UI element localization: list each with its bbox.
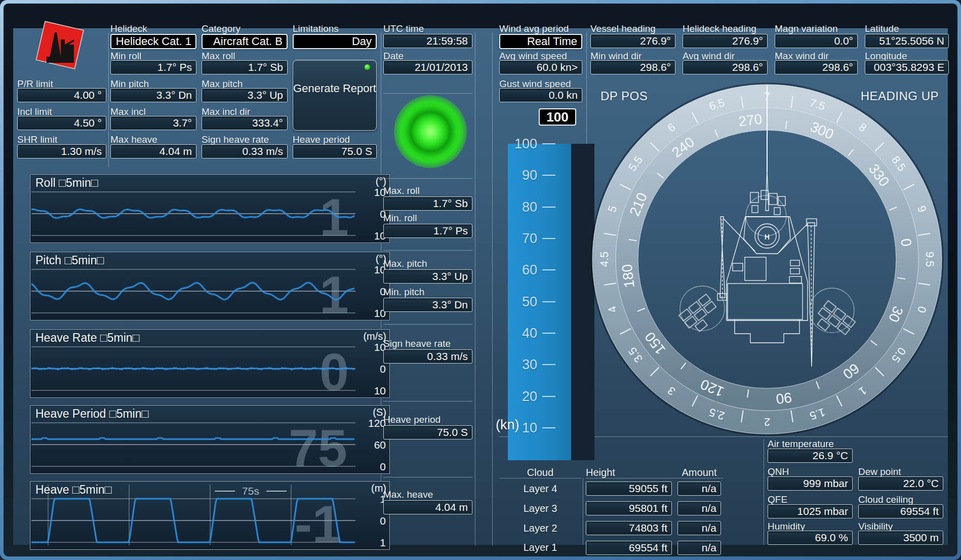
stat-min-roll-label: Min. roll [383, 213, 472, 223]
avg-wind-dir-value: 298.6° [683, 60, 768, 74]
divider [383, 178, 472, 179]
qnh-value: 999 mbar [768, 476, 853, 491]
divider [583, 478, 583, 545]
chart-heave-rate: Heave Rate □5min□ (m/s) 010010 [30, 329, 390, 398]
divider [764, 439, 764, 545]
rigstat-logo [31, 15, 88, 86]
min-roll-value: 1.7° Ps [110, 60, 196, 74]
cloud-layer-amount: n/a [677, 482, 721, 496]
gauge-scale-label: 70 [508, 230, 537, 247]
category-label: Category [202, 23, 288, 33]
cloud-layer-height: 95801 ft [586, 501, 672, 515]
max-pitch-label: Max pitch [202, 78, 288, 89]
gauge-scale-label: 20 [508, 388, 537, 405]
wind-avg-period-select[interactable]: Real Time [499, 34, 582, 49]
limitations-select[interactable]: Day [293, 34, 377, 49]
air-temperature-value: 26.9 °C [768, 449, 853, 463]
stat-max-roll-label: Max. roll [383, 185, 472, 195]
chart-heave-rate-unit: (m/s) [363, 331, 386, 342]
max-roll-label: Max roll [202, 51, 288, 61]
svg-text:270: 270 [738, 111, 763, 129]
gauge-scale-tick [542, 364, 555, 365]
max-incl-label: Max incl [110, 106, 196, 116]
limitations-label: Limitations [293, 23, 377, 33]
helideck-heading-label: Helideck heading [683, 23, 768, 33]
date-value: 21/01/2013 [383, 60, 472, 74]
stat-max-heave-value: 4.04 m [383, 500, 472, 514]
divider [499, 478, 581, 478]
cloud-ceiling-value: 69554 ft [858, 504, 943, 518]
svg-text:9.5: 9.5 [924, 252, 936, 267]
report-status-led [365, 64, 370, 70]
cloud-layer-amount: n/a [677, 501, 721, 515]
max-pitch-value: 3.3° Up [202, 88, 288, 102]
generate-report-button[interactable]: Generate Report [293, 60, 377, 131]
avg-wind-speed-value: 60.0 kn> [499, 60, 582, 74]
svg-text:10: 10 [374, 385, 386, 396]
gauge-scale-label: 40 [508, 325, 537, 341]
divider [383, 250, 472, 251]
magn-variation-value: 0.0° [775, 34, 858, 48]
svg-text:0: 0 [380, 515, 386, 527]
category-select[interactable]: Aircraft Cat. B [202, 34, 288, 49]
helideck-heading-value: 276.9° [683, 34, 768, 48]
chart-heave-period-title: Heave Period □5min□ [35, 407, 148, 421]
chart-roll: Roll □5min□ (°) 110010 [30, 174, 390, 243]
cloud-layer-height: 74803 ft [586, 521, 672, 535]
gauge-scale-label: 30 [508, 356, 537, 373]
divider [383, 324, 472, 325]
min-pitch-label: Min pitch [110, 78, 196, 89]
stat-heave-period-label: Heave period [383, 414, 472, 424]
wind-avg-period-label: Wind avg period [499, 23, 582, 33]
stat-max-pitch-label: Max. pitch [383, 258, 472, 268]
incl-limit-value: 4.50 ° [17, 116, 106, 130]
helideck-select[interactable]: Helideck Cat. 1 [110, 34, 196, 49]
divider [492, 32, 493, 546]
max-incl-dir-label: Max incl dir [202, 106, 288, 116]
cloud-layer-name: Layer 1 [499, 542, 581, 553]
cloud-layer-amount: n/a [677, 541, 721, 555]
divider [383, 93, 472, 94]
latitude-value: 51°25.5056 N [865, 34, 949, 48]
gauge-value-box[interactable]: 100 [539, 108, 576, 126]
svg-text:4.5: 4.5 [598, 252, 611, 267]
divider [383, 401, 472, 402]
svg-text:75s: 75s [242, 485, 259, 497]
qnh-label: QNH [768, 466, 853, 476]
stat-min-roll-value: 1.7° Ps [383, 224, 472, 238]
pr-limit-label: P/R limit [17, 78, 106, 89]
avg-wind-dir-label: Avg wind dir [683, 51, 768, 61]
helideck-label: Helideck [110, 23, 196, 33]
gauge-scale-tick [542, 175, 555, 176]
cloud-layer-height: 69554 ft [586, 541, 672, 555]
vessel-heading-label: Vessel heading [590, 23, 675, 33]
svg-text:180: 180 [619, 263, 637, 289]
utc-time-value: 21:59:58 [383, 34, 472, 48]
gauge-scale-label: 100 [508, 136, 537, 152]
gauge-unit-label: (kn) [496, 417, 519, 433]
cloud-layer-amount: n/a [677, 521, 721, 535]
utc-time-label: UTC time [383, 23, 472, 33]
gauge-scale-tick [542, 396, 555, 397]
height-column-header: Height [586, 467, 672, 478]
cloud-layer-name: Layer 4 [499, 483, 581, 495]
vessel-heading-value: 276.9° [590, 34, 675, 48]
pr-limit-value: 4.00 ° [17, 88, 106, 102]
humidity-label: Humidity [768, 521, 853, 531]
stat-max-roll-value: 1.7° Sb [383, 196, 472, 211]
max-heave-label: Max heave [110, 134, 196, 144]
chart-pitch-unit: (°) [376, 253, 386, 265]
chart-pitch: Pitch □5min□ (°) 110010 [30, 252, 390, 321]
max-wind-dir-value: 298.6° [775, 60, 858, 74]
longitude-value: 003°35.8293 E [865, 60, 949, 74]
gauge-scale-tick [542, 333, 555, 334]
chart-pitch-title: Pitch □5min□ [35, 254, 104, 267]
date-label: Date [383, 51, 472, 61]
svg-text:0: 0 [380, 363, 386, 375]
shr-limit-label: SHR limit [17, 134, 106, 144]
gauge-scale-label: 80 [508, 199, 537, 215]
heave-period-value: 75.0 S [293, 144, 377, 158]
qfe-label: QFE [768, 494, 853, 504]
sign-heave-rate-value: 0.33 m/s [202, 144, 288, 158]
max-roll-value: 1.7° Sb [202, 60, 288, 74]
